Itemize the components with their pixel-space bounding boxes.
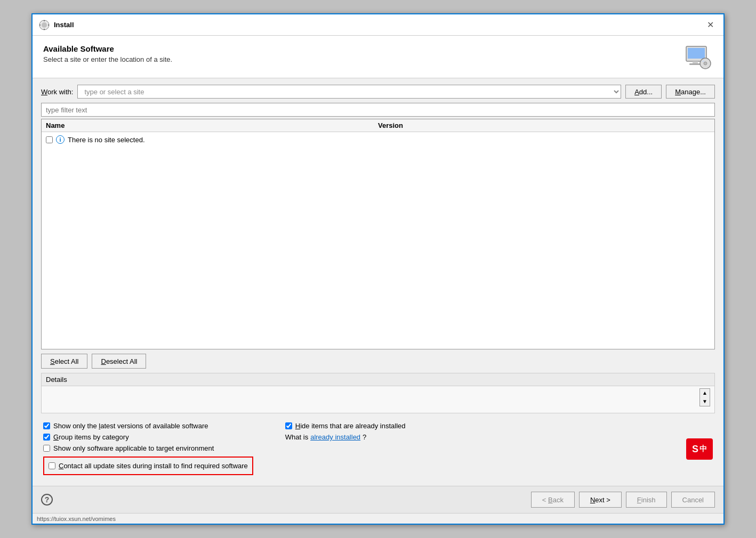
table-header: Name Version — [42, 119, 714, 132]
status-url: https://tuiox.xsun.net/vomimes — [37, 516, 116, 522]
work-with-label: Work with: — [41, 88, 73, 96]
svg-point-1 — [42, 22, 47, 28]
install-dialog: Install ✕ Available Software Select a si… — [31, 13, 725, 525]
computer-cd-icon — [685, 44, 713, 70]
svg-point-11 — [704, 62, 707, 65]
main-content: Work with: type or select a site Add... … — [33, 78, 723, 486]
col-name-header: Name — [46, 121, 378, 129]
header-subtitle: Select a site or enter the location of a… — [43, 55, 172, 63]
show-applicable-checkbox[interactable] — [43, 445, 50, 452]
show-latest-row: Show only the latest versions of availab… — [43, 422, 253, 430]
select-buttons-row: Select All Deselect All — [41, 349, 715, 373]
header-section: Available Software Select a site or ente… — [33, 36, 723, 78]
show-latest-label[interactable]: Show only the latest versions of availab… — [53, 422, 208, 430]
sogou-zh: 中 — [699, 444, 707, 454]
show-applicable-label[interactable]: Show only software applicable to target … — [53, 444, 214, 452]
show-applicable-row: Show only software applicable to target … — [43, 444, 253, 452]
back-button[interactable]: < Back — [531, 492, 575, 508]
contact-sites-box: Contact all update sites during install … — [43, 457, 253, 475]
next-button[interactable]: Next > — [579, 492, 622, 508]
options-section: Show only the latest versions of availab… — [41, 418, 715, 479]
close-button[interactable]: ✕ — [704, 19, 717, 31]
site-select[interactable]: type or select a site — [77, 85, 621, 99]
group-by-category-row: Group items by category — [43, 433, 253, 441]
question-mark: ? — [363, 433, 366, 441]
software-table: Name Version i There is no site selected… — [41, 119, 715, 349]
sogou-icon: S 中 — [686, 438, 713, 460]
already-installed-link[interactable]: already installed — [310, 433, 360, 441]
manage-button[interactable]: Manage... — [666, 85, 715, 99]
hide-installed-row: Hide items that are already installed — [285, 422, 406, 430]
help-button[interactable]: ? — [41, 494, 53, 506]
add-button[interactable]: Add... — [625, 85, 662, 99]
header-text: Available Software Select a site or ente… — [43, 44, 172, 63]
details-header: Details — [42, 373, 714, 386]
group-by-category-label[interactable]: Group items by category — [53, 433, 129, 441]
details-content: ▲ ▼ — [42, 386, 714, 413]
scroll-down-button[interactable]: ▼ — [700, 397, 710, 406]
work-with-row: Work with: type or select a site Add... … — [41, 85, 715, 99]
svg-rect-7 — [688, 48, 705, 59]
cancel-button[interactable]: Cancel — [671, 492, 715, 508]
contact-sites-row: Contact all update sites during install … — [49, 462, 248, 470]
col-extra-header — [544, 121, 711, 129]
info-icon: i — [56, 135, 65, 144]
filter-input[interactable] — [41, 103, 715, 117]
select-all-button[interactable]: Select All — [41, 354, 87, 369]
hide-installed-checkbox[interactable] — [285, 422, 292, 429]
group-by-category-checkbox[interactable] — [43, 434, 50, 441]
svg-rect-9 — [689, 63, 701, 65]
options-right: Hide items that are already installed Wh… — [285, 422, 406, 475]
no-site-text: There is no site selected. — [68, 136, 145, 144]
status-bar: https://tuiox.xsun.net/vomimes — [33, 513, 723, 524]
details-section: Details ▲ ▼ — [41, 373, 715, 413]
col-version-header: Version — [378, 121, 544, 129]
sogou-s: S — [692, 444, 698, 455]
contact-sites-label[interactable]: Contact all update sites during install … — [59, 462, 248, 470]
header-icon — [685, 44, 713, 71]
scroll-up-button[interactable]: ▲ — [700, 389, 710, 397]
bottom-left: ? — [41, 494, 53, 506]
install-icon — [39, 20, 50, 30]
svg-point-12 — [702, 61, 704, 62]
dialog-title: Install — [54, 21, 74, 29]
title-bar: Install ✕ — [33, 14, 723, 36]
contact-sites-checkbox[interactable] — [49, 462, 55, 469]
finish-button[interactable]: Finish — [626, 492, 667, 508]
bottom-buttons: < Back Next > Finish Cancel — [531, 492, 715, 508]
no-site-row: i There is no site selected. — [42, 132, 714, 147]
bottom-bar: ? < Back Next > Finish Cancel — [33, 486, 723, 513]
options-left: Show only the latest versions of availab… — [43, 422, 253, 475]
deselect-all-button[interactable]: Deselect All — [92, 354, 146, 369]
svg-rect-8 — [693, 61, 698, 63]
hide-installed-label[interactable]: Hide items that are already installed — [295, 422, 406, 430]
title-bar-left: Install — [39, 20, 74, 30]
what-is-text: What is — [285, 433, 308, 441]
no-site-checkbox[interactable] — [46, 136, 53, 143]
scroll-arrows[interactable]: ▲ ▼ — [699, 388, 710, 406]
show-latest-checkbox[interactable] — [43, 422, 50, 429]
available-software-title: Available Software — [43, 44, 172, 53]
what-is-row: What is already installed ? — [285, 433, 406, 441]
